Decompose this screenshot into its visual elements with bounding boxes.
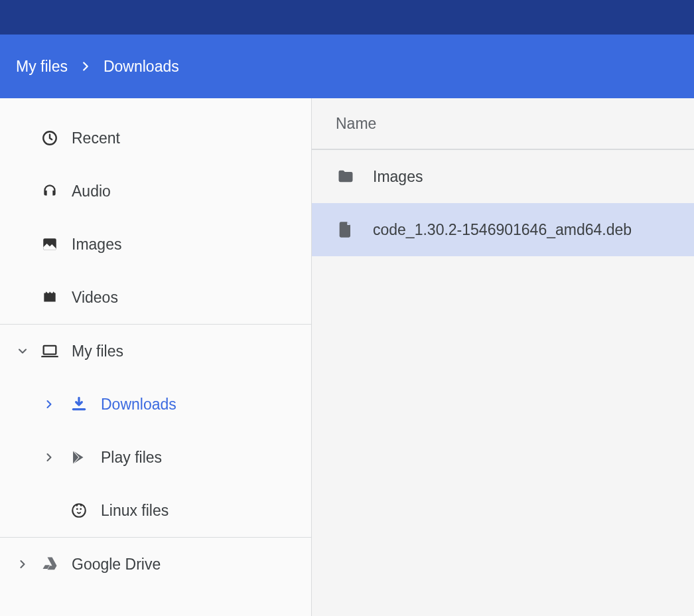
sidebar-item-label: Recent <box>72 129 120 147</box>
sidebar-item-audio[interactable]: Audio <box>0 165 311 218</box>
sidebar-item-label: Linux files <box>101 502 169 520</box>
column-header-label: Name <box>336 115 376 133</box>
linux-icon <box>69 502 89 519</box>
video-icon <box>40 289 60 306</box>
image-icon <box>40 236 60 253</box>
sidebar-item-label: Images <box>72 236 121 254</box>
svg-rect-2 <box>44 346 56 354</box>
headphones-icon <box>40 183 60 200</box>
clock-icon <box>40 129 60 147</box>
sidebar-item-label: Play files <box>101 449 162 467</box>
breadcrumb-current[interactable]: Downloads <box>104 58 179 76</box>
column-header-name[interactable]: Name <box>312 98 694 150</box>
sidebar-item-linux-files[interactable]: Linux files <box>0 484 311 537</box>
sidebar-item-recent[interactable]: Recent <box>0 112 311 165</box>
breadcrumb-root[interactable]: My files <box>16 58 68 76</box>
sidebar-item-my-files[interactable]: My files <box>0 325 311 378</box>
sidebar-item-label: My files <box>72 343 123 360</box>
folder-icon <box>336 167 356 186</box>
svg-point-5 <box>80 508 82 510</box>
sidebar-item-play-files[interactable]: Play files <box>0 431 311 484</box>
sidebar-item-images[interactable]: Images <box>0 218 311 271</box>
sidebar-item-downloads[interactable]: Downloads <box>0 378 311 431</box>
svg-point-4 <box>76 508 78 510</box>
breadcrumb: My files Downloads <box>0 35 694 98</box>
google-drive-icon <box>40 555 60 574</box>
chevron-right-icon[interactable] <box>42 398 56 411</box>
window-titlebar <box>0 0 694 35</box>
file-icon <box>336 220 356 239</box>
chevron-down-icon[interactable] <box>16 345 29 358</box>
file-list-pane: Name Images code_1.30.2-1546901646_amd64… <box>312 98 694 616</box>
file-name: code_1.30.2-1546901646_amd64.deb <box>373 221 632 239</box>
laptop-icon <box>40 342 60 360</box>
sidebar: Recent Audio Images Videos <box>0 98 312 616</box>
sidebar-item-label: Downloads <box>101 396 176 414</box>
play-store-icon <box>69 449 89 466</box>
file-name: Images <box>373 168 423 186</box>
sidebar-item-videos[interactable]: Videos <box>0 271 311 324</box>
file-row[interactable]: code_1.30.2-1546901646_amd64.deb <box>312 203 694 256</box>
chevron-right-icon[interactable] <box>16 558 29 571</box>
download-icon <box>69 396 89 413</box>
sidebar-item-google-drive[interactable]: Google Drive <box>0 538 311 591</box>
sidebar-item-label: Videos <box>72 289 118 307</box>
svg-point-3 <box>72 504 86 517</box>
chevron-right-icon <box>78 59 93 74</box>
file-row[interactable]: Images <box>312 150 694 203</box>
sidebar-item-label: Audio <box>72 183 111 200</box>
sidebar-item-label: Google Drive <box>72 556 161 574</box>
chevron-right-icon[interactable] <box>42 451 56 464</box>
